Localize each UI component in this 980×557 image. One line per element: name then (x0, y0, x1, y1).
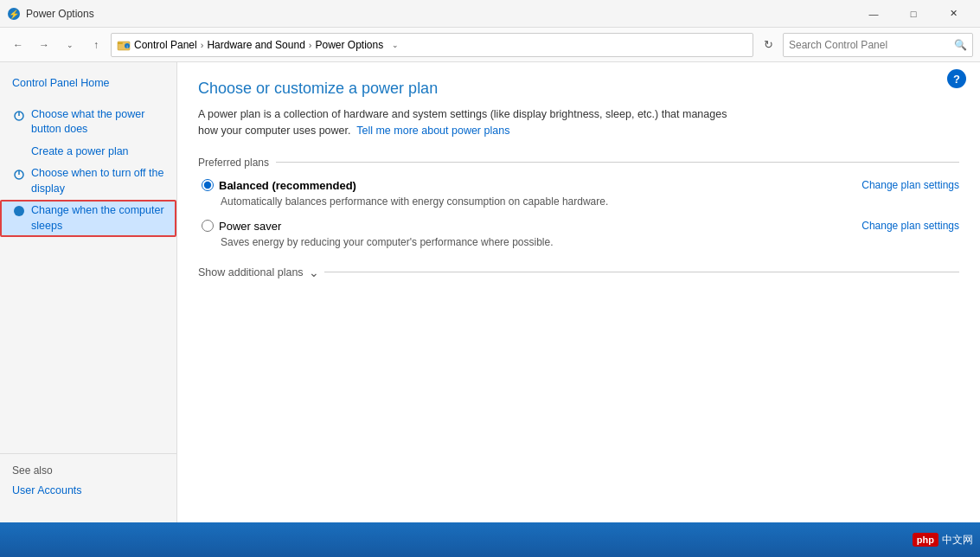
search-input[interactable] (789, 39, 951, 51)
address-bar: ← → ⌄ ↑ i Control Panel › Hardware and S… (0, 28, 980, 62)
search-icon[interactable]: 🔍 (954, 39, 967, 51)
minimize-button[interactable]: — (854, 0, 894, 28)
sidebar-user-accounts[interactable]: User Accounts (12, 480, 164, 503)
plan-name-power-saver: Power saver (219, 220, 281, 233)
up-button[interactable]: ↑ (85, 34, 107, 56)
title-bar: ⚡ Power Options — □ ✕ (0, 0, 980, 28)
chinese-text: 中文网 (942, 533, 973, 547)
sidebar: Control Panel Home Choose what the power… (0, 62, 177, 522)
window-controls: — □ ✕ (854, 0, 973, 28)
svg-text:⚡: ⚡ (9, 9, 20, 20)
plan-desc-power-saver: Saves energy by reducing your computer's… (202, 236, 959, 248)
php-badge: php (913, 533, 938, 547)
show-additional-chevron-icon: ⌄ (309, 266, 319, 279)
plan-header-power-saver: Power saver Change plan settings (202, 220, 959, 233)
radio-balanced[interactable] (202, 179, 214, 191)
close-button[interactable]: ✕ (933, 0, 973, 28)
user-accounts-label: User Accounts (12, 483, 82, 499)
breadcrumb-hardware-sound[interactable]: Hardware and Sound (207, 39, 304, 51)
sidebar-power-button-label: Choose what the power button does (31, 107, 164, 138)
turn-off-display-icon (12, 167, 26, 181)
show-additional-label: Show additional plans (198, 266, 304, 278)
breadcrumb-arrow-icon[interactable]: ⌄ (387, 33, 404, 57)
radio-power-saver[interactable] (202, 220, 214, 232)
taskbar: php 中文网 (0, 522, 980, 557)
plan-header-balanced: Balanced (recommended) Change plan setti… (202, 179, 959, 192)
preferred-plans-label: Preferred plans (198, 157, 959, 169)
app-icon: ⚡ (7, 7, 21, 21)
forward-button[interactable]: → (33, 34, 55, 56)
sidebar-item-create-plan[interactable]: Create a power plan (0, 141, 176, 163)
sidebar-home-label: Control Panel Home (12, 76, 110, 92)
page-heading: Choose or customize a power plan (198, 80, 959, 98)
change-sleep-icon (12, 204, 26, 218)
sidebar-item-power-button[interactable]: Choose what the power button does (0, 104, 176, 141)
change-plan-link-balanced[interactable]: Change plan settings (862, 179, 959, 191)
breadcrumb-folder-icon: i (117, 38, 131, 52)
see-also-label: See also (12, 464, 164, 477)
sidebar-create-plan-label: Create a power plan (31, 144, 129, 160)
sidebar-item-change-sleep[interactable]: Change when the computer sleeps (0, 200, 176, 237)
plan-radio-power-saver[interactable]: Power saver (202, 220, 281, 233)
change-plan-link-power-saver[interactable]: Change plan settings (862, 220, 959, 232)
title-bar-title: Power Options (26, 8, 854, 20)
svg-rect-3 (118, 42, 123, 44)
sidebar-turn-off-label: Choose when to turn off the display (31, 166, 164, 196)
main-content: Control Panel Home Choose what the power… (0, 62, 980, 522)
preferred-plans-text: Preferred plans (198, 157, 269, 169)
plan-item-power-saver: Power saver Change plan settings Saves e… (198, 220, 959, 248)
sidebar-change-sleep-label: Change when the computer sleeps (31, 203, 164, 234)
sidebar-item-home[interactable]: Control Panel Home (0, 73, 176, 95)
svg-text:i: i (126, 44, 127, 49)
plan-name-balanced: Balanced (recommended) (219, 179, 356, 192)
plan-item-balanced: Balanced (recommended) Change plan setti… (198, 179, 959, 208)
maximize-button[interactable]: □ (894, 0, 933, 28)
power-button-icon (12, 108, 26, 122)
breadcrumb-power-options[interactable]: Power Options (315, 39, 383, 51)
breadcrumb-bar: i Control Panel › Hardware and Sound › P… (111, 33, 753, 57)
description-link[interactable]: Tell me more about power plans (356, 125, 509, 137)
help-button[interactable]: ? (947, 69, 966, 88)
plan-radio-balanced[interactable]: Balanced (recommended) (202, 179, 356, 192)
show-additional-plans[interactable]: Show additional plans ⌄ (198, 266, 959, 279)
dropdown-button[interactable]: ⌄ (59, 34, 81, 56)
content-area: ? Choose or customize a power plan A pow… (177, 62, 980, 522)
breadcrumb-sep-1: › (201, 40, 204, 50)
back-button[interactable]: ← (7, 34, 29, 56)
svg-point-11 (14, 206, 24, 216)
plan-desc-balanced: Automatically balances performance with … (202, 195, 959, 208)
sidebar-item-turn-off-display[interactable]: Choose when to turn off the display (0, 163, 176, 200)
search-box: 🔍 (783, 33, 973, 57)
breadcrumb-control-panel[interactable]: Control Panel (134, 39, 197, 51)
breadcrumb-sep-2: › (309, 40, 312, 50)
refresh-button[interactable]: ↻ (757, 34, 779, 56)
sidebar-bottom: See also User Accounts (0, 453, 176, 513)
page-description: A power plan is a collection of hardware… (198, 106, 734, 139)
